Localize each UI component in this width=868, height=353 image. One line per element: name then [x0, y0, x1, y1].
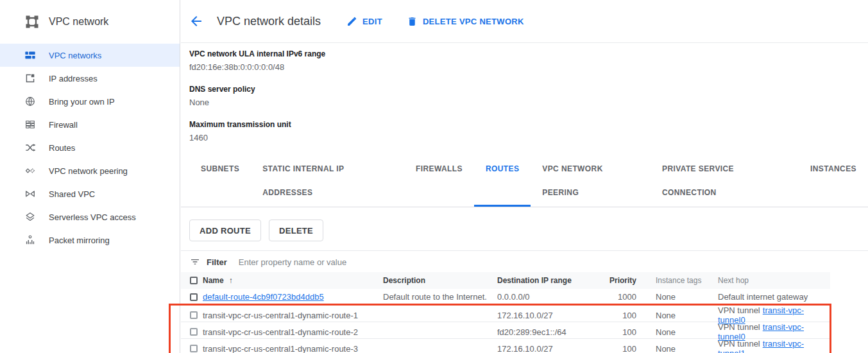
route-name-link[interactable]: default-route-4cb9f0723bd4ddb5	[203, 292, 324, 302]
route-actions: ADD ROUTE DELETE	[189, 220, 868, 241]
sidebar-item-label: Bring your own IP	[49, 97, 115, 107]
pencil-icon	[346, 16, 357, 27]
route-name: transit-vpc-cr-us-central1-dynamic-route…	[203, 327, 358, 337]
firewall-icon	[24, 119, 36, 130]
route-next-hop: Default internet gateway	[718, 292, 830, 302]
row-checkbox[interactable]	[190, 328, 198, 336]
row-checkbox[interactable]	[190, 311, 198, 319]
delete-vpc-network-button[interactable]: DELETE VPC NETWORK	[407, 16, 524, 27]
next-hop-type: VPN tunnel	[718, 322, 760, 332]
sidebar-item-label: Firewall	[49, 120, 78, 130]
field-ula-ipv6-range: VPC network ULA internal IPv6 range fd20…	[189, 49, 868, 73]
column-header-name[interactable]: Name↑	[203, 276, 383, 285]
route-instance-tags: None	[636, 344, 718, 353]
route-name: transit-vpc-cr-us-central1-dynamic-route…	[203, 344, 358, 353]
route-instance-tags: None	[636, 327, 718, 337]
sidebar-item-ip-addresses[interactable]: IP addresses	[0, 67, 180, 90]
sidebar-item-firewall[interactable]: Firewall	[0, 113, 180, 136]
sidebar-nav: VPC networksIP addressesBring your own I…	[0, 44, 180, 252]
column-header-instance-tags[interactable]: Instance tags	[636, 276, 718, 285]
next-hop-type: VPN tunnel	[718, 306, 760, 315]
tab-firewalls[interactable]: FIREWALLS	[404, 157, 474, 207]
field-dns-server-policy: DNS server policy None	[189, 84, 868, 108]
delete-button[interactable]: DELETE	[269, 220, 323, 241]
routes-table: Name↑ Description Destination IP range P…	[181, 272, 830, 353]
column-header-priority[interactable]: Priority	[600, 276, 636, 285]
route-instance-tags: None	[636, 311, 718, 320]
sidebar-item-label: Routes	[49, 143, 75, 153]
peering-icon	[24, 165, 36, 176]
route-instance-tags: None	[636, 292, 718, 302]
column-header-description[interactable]: Description	[383, 276, 497, 285]
vpc-network-logo-icon	[24, 14, 40, 30]
add-route-button[interactable]: ADD ROUTE	[189, 220, 261, 241]
tab-instances[interactable]: INSTANCES	[799, 157, 868, 207]
field-value: 1460	[189, 132, 868, 144]
sort-ascending-icon: ↑	[229, 276, 233, 285]
field-mtu: Maximum transmission unit 1460	[189, 119, 868, 144]
vpc-networks-icon	[24, 49, 36, 61]
route-next-hop: VPN tunneltransit-vpc-tunnel1	[718, 339, 830, 353]
next-hop-type: VPN tunnel	[718, 339, 760, 349]
globe-icon	[24, 96, 36, 107]
sidebar-item-vpc-network-peering[interactable]: VPC network peering	[0, 159, 180, 182]
app-title: VPC network	[49, 16, 108, 28]
route-destination-ip-range: 0.0.0.0/0	[497, 292, 600, 302]
select-all-checkbox[interactable]	[190, 277, 198, 284]
next-hop-type: Default internet gateway	[718, 292, 808, 302]
trash-icon	[407, 16, 418, 27]
page-title: VPC network details	[217, 15, 321, 28]
sidebar-item-label: Serverless VPC access	[49, 212, 136, 222]
edit-button-label: EDIT	[362, 17, 382, 26]
routes-icon	[24, 142, 36, 153]
tab-bar: SUBNETSSTATIC INTERNAL IP ADDRESSESFIREW…	[181, 157, 868, 207]
tab-static-internal-ip-addresses[interactable]: STATIC INTERNAL IP ADDRESSES	[251, 157, 404, 207]
sidebar-item-label: Packet mirroring	[49, 236, 110, 245]
field-label: VPC network ULA internal IPv6 range	[189, 49, 868, 60]
sidebar-item-vpc-networks[interactable]: VPC networks	[0, 44, 180, 67]
serverless-vpc-icon	[24, 211, 36, 223]
row-checkbox[interactable]	[190, 345, 198, 352]
route-name: transit-vpc-cr-us-central1-dynamic-route…	[203, 311, 358, 320]
field-label: DNS server policy	[189, 84, 868, 95]
table-header-row: Name↑ Description Destination IP range P…	[181, 272, 830, 289]
field-value: None	[189, 97, 868, 108]
table-row: transit-vpc-cr-us-central1-dynamic-route…	[181, 322, 830, 339]
table-row: default-route-4cb9f0723bd4ddb5Default ro…	[181, 289, 830, 306]
sidebar-item-label: VPC network peering	[49, 166, 128, 176]
sidebar-item-shared-vpc[interactable]: Shared VPC	[0, 182, 180, 205]
tab-vpc-network-peering[interactable]: VPC NETWORK PEERING	[531, 157, 651, 207]
filter-bar: Filter	[181, 251, 868, 272]
sidebar-item-label: VPC networks	[49, 51, 101, 60]
tab-subnets[interactable]: SUBNETS	[189, 157, 251, 207]
route-priority: 100	[600, 311, 636, 320]
tab-private-service-connection[interactable]: PRIVATE SERVICE CONNECTION	[651, 157, 799, 207]
page-header: VPC network details EDIT DELETE VPC NETW…	[181, 0, 868, 43]
packet-mirroring-icon	[24, 234, 36, 246]
table-row: transit-vpc-cr-us-central1-dynamic-route…	[181, 339, 830, 353]
column-header-destination[interactable]: Destination IP range	[497, 276, 600, 285]
field-label: Maximum transmission unit	[189, 119, 868, 130]
sidebar-header: VPC network	[0, 0, 180, 44]
back-arrow-icon[interactable]	[189, 13, 204, 29]
sidebar-item-serverless-vpc-access[interactable]: Serverless VPC access	[0, 205, 180, 228]
row-checkbox[interactable]	[190, 293, 198, 301]
route-priority: 100	[600, 344, 636, 353]
route-destination-ip-range: 172.16.10.0/27	[497, 344, 600, 353]
route-destination-ip-range: fd20:289:9ec1::/64	[497, 327, 600, 337]
edit-button[interactable]: EDIT	[346, 16, 382, 27]
shared-vpc-icon	[24, 188, 36, 200]
ip-addresses-icon	[24, 73, 36, 84]
sidebar-item-bring-your-own-ip[interactable]: Bring your own IP	[0, 90, 180, 113]
sidebar-item-routes[interactable]: Routes	[0, 136, 180, 159]
filter-label: Filter	[207, 257, 227, 267]
tab-routes[interactable]: ROUTES	[474, 157, 531, 207]
filter-input[interactable]	[239, 257, 495, 267]
sidebar-item-label: IP addresses	[49, 74, 98, 83]
field-value: fd20:16e:38b:0:0:0:0:0/48	[189, 62, 868, 73]
column-header-next-hop[interactable]: Next hop	[718, 276, 830, 285]
route-priority: 1000	[600, 292, 636, 302]
filter-list-icon	[190, 257, 200, 267]
table-body: default-route-4cb9f0723bd4ddb5Default ro…	[181, 289, 830, 353]
sidebar-item-packet-mirroring[interactable]: Packet mirroring	[0, 228, 180, 252]
